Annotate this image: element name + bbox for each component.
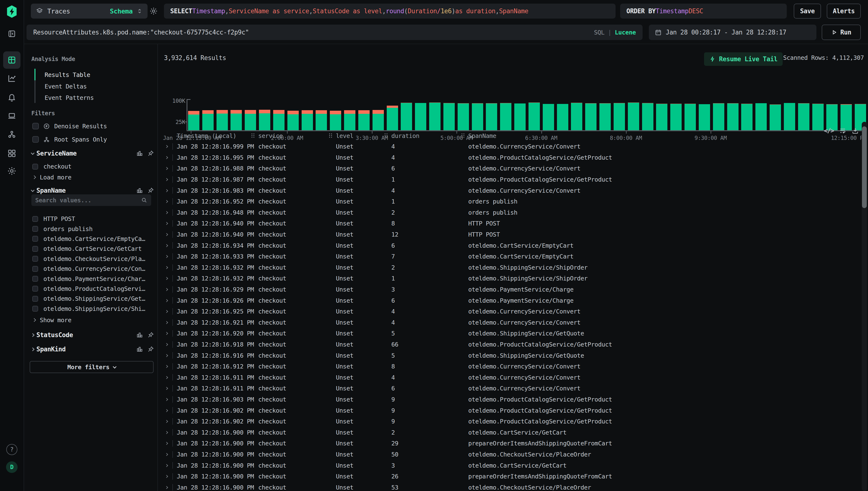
- settings-gear-icon[interactable]: [7, 166, 17, 176]
- filter-value-row[interactable]: oteldemo.CartService/GetCart: [24, 244, 157, 254]
- help-icon[interactable]: ?: [6, 444, 18, 455]
- chart-icon[interactable]: [136, 346, 143, 353]
- row-expander[interactable]: [164, 185, 177, 196]
- row-expander[interactable]: [164, 284, 177, 295]
- histogram-bar[interactable]: [486, 103, 497, 130]
- scrollbar[interactable]: [862, 122, 867, 491]
- col-service[interactable]: service: [258, 133, 336, 139]
- checkbox[interactable]: [32, 276, 38, 282]
- table-row[interactable]: Jan 28 12:28:16.932 PMcheckoutUnset1otel…: [164, 273, 839, 284]
- table-row[interactable]: Jan 28 12:28:16.987 PMcheckoutUnset1otel…: [164, 174, 839, 185]
- histogram-bar[interactable]: [628, 103, 639, 130]
- dashboards-icon[interactable]: [7, 149, 17, 158]
- histogram-bar[interactable]: [216, 110, 228, 130]
- row-expander[interactable]: [164, 339, 177, 350]
- table-row[interactable]: Jan 28 12:28:16.926 PMcheckoutUnset6otel…: [164, 295, 839, 306]
- table-row[interactable]: Jan 28 12:28:16.983 PMcheckoutUnset4otel…: [164, 185, 839, 196]
- table-row[interactable]: Jan 28 12:28:16.948 PMcheckoutUnset2orde…: [164, 207, 839, 218]
- filter-value-row[interactable]: oteldemo.CurrencyService/Con…: [24, 264, 157, 274]
- histogram-bar[interactable]: [713, 103, 724, 130]
- mode-event-deltas[interactable]: Event Deltas: [44, 83, 87, 90]
- table-row[interactable]: Jan 28 12:28:16.911 PMcheckoutUnset4otel…: [164, 372, 839, 383]
- row-expander[interactable]: [164, 317, 177, 328]
- row-expander[interactable]: [164, 405, 177, 416]
- service-map-icon[interactable]: [7, 130, 17, 139]
- filter-value-row[interactable]: oteldemo.ShippingService/Get…: [24, 294, 157, 304]
- filter-value-row[interactable]: HTTP POST: [24, 214, 157, 224]
- alerts-button[interactable]: Alerts: [827, 4, 861, 19]
- table-row[interactable]: Jan 28 12:28:16.929 PMcheckoutUnset3otel…: [164, 284, 839, 295]
- histogram-bar[interactable]: [188, 111, 200, 130]
- row-expander[interactable]: [164, 427, 177, 438]
- histogram-bar[interactable]: [472, 103, 483, 130]
- histogram-bar[interactable]: [543, 104, 554, 130]
- row-expander[interactable]: [164, 163, 177, 174]
- pin-icon[interactable]: [147, 150, 154, 157]
- histogram-bar[interactable]: [358, 110, 370, 130]
- histogram-bar[interactable]: [699, 104, 710, 130]
- chart-explorer-icon[interactable]: [7, 74, 17, 83]
- histogram-bar[interactable]: [798, 103, 809, 130]
- row-expander[interactable]: [164, 152, 177, 163]
- table-row[interactable]: Jan 28 12:28:16.940 PMcheckoutUnset12HTT…: [164, 229, 839, 240]
- filter-value-row[interactable]: checkout: [24, 162, 157, 171]
- checkbox[interactable]: [32, 164, 38, 170]
- pin-icon[interactable]: [147, 346, 154, 353]
- checkbox[interactable]: [32, 226, 38, 232]
- denoise-results-toggle[interactable]: Denoise Results: [32, 123, 107, 130]
- chart-icon[interactable]: [136, 150, 143, 157]
- histogram-bar[interactable]: [202, 110, 214, 130]
- table-row[interactable]: Jan 28 12:28:16.999 PMcheckoutUnset4otel…: [164, 141, 839, 152]
- select-clause-editor[interactable]: SELECT Timestamp, ServiceName as service…: [164, 4, 616, 19]
- row-expander[interactable]: [164, 394, 177, 405]
- histogram-bar[interactable]: [613, 103, 625, 130]
- drag-grip-icon[interactable]: [461, 133, 465, 138]
- histogram-bar[interactable]: [288, 111, 299, 130]
- checkbox[interactable]: [32, 266, 38, 272]
- histogram-bar[interactable]: [529, 103, 540, 130]
- col-level[interactable]: level: [336, 133, 391, 139]
- row-expander[interactable]: [164, 416, 177, 427]
- row-expander[interactable]: [164, 295, 177, 306]
- histogram-bar[interactable]: [656, 104, 667, 130]
- row-expander[interactable]: [164, 273, 177, 284]
- col-timestamp[interactable]: Timestamp (Local): [177, 133, 258, 139]
- show-more-link[interactable]: Show more: [33, 317, 71, 324]
- mode-results-table[interactable]: Results Table: [44, 71, 90, 78]
- drag-grip-icon[interactable]: [384, 133, 387, 138]
- row-expander[interactable]: [164, 262, 177, 273]
- row-expander[interactable]: [164, 218, 177, 229]
- table-row[interactable]: Jan 28 12:28:16.912 PMcheckoutUnset8otel…: [164, 361, 839, 372]
- resume-live-tail-button[interactable]: Resume Live Tail: [704, 52, 783, 66]
- histogram-bar[interactable]: [826, 104, 838, 130]
- filter-group-servicename[interactable]: ServiceName: [31, 150, 154, 157]
- run-button[interactable]: Run: [822, 25, 861, 40]
- histogram-bar[interactable]: [443, 103, 455, 130]
- filter-value-row[interactable]: oteldemo.CartService/EmptyCa…: [24, 234, 157, 244]
- row-expander[interactable]: [164, 251, 177, 262]
- mode-lucene-toggle[interactable]: Lucene: [615, 29, 636, 36]
- row-expander[interactable]: [164, 438, 177, 449]
- histogram-bar[interactable]: [245, 110, 256, 130]
- mode-event-patterns[interactable]: Event Patterns: [44, 94, 94, 101]
- histogram-bar[interactable]: [316, 110, 327, 130]
- checkbox[interactable]: [32, 296, 38, 302]
- collapse-sidebar-icon[interactable]: [7, 29, 16, 38]
- user-avatar[interactable]: D: [6, 461, 18, 473]
- histogram-bar[interactable]: [302, 110, 313, 130]
- row-expander[interactable]: [164, 196, 177, 207]
- row-expander[interactable]: [164, 460, 177, 471]
- checkbox[interactable]: [32, 136, 39, 143]
- col-spanname[interactable]: SpanName: [468, 133, 839, 139]
- save-button[interactable]: Save: [794, 4, 821, 19]
- checkbox[interactable]: [32, 246, 38, 252]
- row-expander[interactable]: [164, 207, 177, 218]
- table-row[interactable]: Jan 28 12:28:16.920 PMcheckoutUnset5otel…: [164, 328, 839, 339]
- checkbox[interactable]: [32, 123, 39, 129]
- histogram-bar[interactable]: [642, 103, 653, 130]
- histogram-bar[interactable]: [840, 104, 852, 130]
- sessions-laptop-icon[interactable]: [7, 111, 17, 120]
- filter-value-row[interactable]: oteldemo.ProductCatalogServi…: [24, 284, 157, 294]
- histogram-bar[interactable]: [812, 104, 824, 130]
- histogram-bar[interactable]: [685, 104, 696, 130]
